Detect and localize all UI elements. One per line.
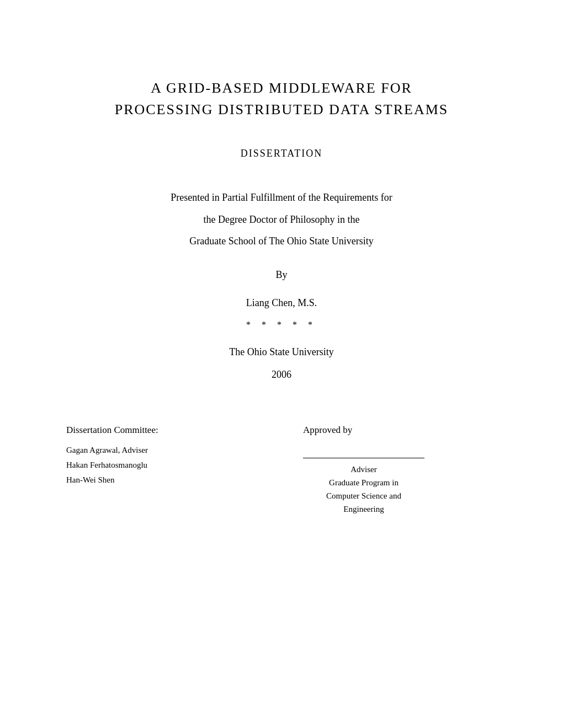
approved-role-line1: Adviser [350,465,377,474]
signature-line [303,458,424,458]
approved-role-line2: Graduate Program in [329,478,399,487]
committee-member-1: Gagan Agrawal, Adviser [66,446,260,455]
approved-title: Approved by [303,425,352,436]
title-line2: PROCESSING DISTRIBUTED DATA STREAMS [115,101,449,117]
description-section: Presented in Partial Fulfillment of the … [171,187,392,253]
dissertation-page: A GRID-BASED MIDDLEWARE FOR PROCESSING D… [0,0,563,728]
approved-role: Adviser Graduate Program in Computer Sci… [303,463,424,516]
committee-member-2: Hakan Ferhatosmanoglu [66,461,260,470]
committee-member-3: Han-Wei Shen [66,475,260,485]
committee-column: Dissertation Committee: Gagan Agrawal, A… [66,425,260,490]
description-line1: Presented in Partial Fulfillment of the … [171,187,392,209]
approved-column: Approved by Adviser Graduate Program in … [303,425,497,516]
title-line1: A GRID-BASED MIDDLEWARE FOR [151,80,412,96]
author-name: Liang Chen, M.S. [246,297,317,309]
description-line2: the Degree Doctor of Philosophy in the [171,209,392,231]
title-section: A GRID-BASED MIDDLEWARE FOR PROCESSING D… [66,77,497,120]
by-label: By [275,269,287,281]
approved-role-line4: Engineering [343,505,384,513]
university-name: The Ohio State University [229,346,333,358]
decorative-stars: * * * * * [246,320,317,330]
bottom-section: Dissertation Committee: Gagan Agrawal, A… [66,425,497,516]
year: 2006 [272,369,291,381]
approved-role-line3: Computer Science and [326,491,401,500]
main-title: A GRID-BASED MIDDLEWARE FOR PROCESSING D… [66,77,497,120]
dissertation-label: DISSERTATION [241,148,322,159]
description-line3: Graduate School of The Ohio State Univer… [171,231,392,253]
committee-title: Dissertation Committee: [66,425,260,436]
